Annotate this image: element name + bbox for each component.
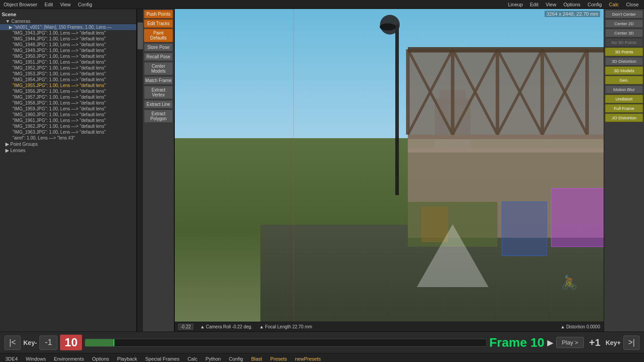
- minus-1-button[interactable]: -1: [39, 336, 57, 350]
- img-1957[interactable]: "IMG_1957.JPG": 1.00, Lens —> "default l…: [0, 94, 136, 100]
- match-frame-button[interactable]: Match Frame: [144, 76, 173, 85]
- menu-playback[interactable]: Playback: [115, 356, 139, 362]
- cameras-section[interactable]: ▼ Cameras: [0, 18, 136, 24]
- img-1952[interactable]: "IMG_1952.JPG": 1.00, Lens —> "default l…: [0, 65, 136, 71]
- menu-newpresets[interactable]: newPresets: [293, 356, 322, 362]
- buttons-panel: Push Points Edit Tracks Paint Defaults S…: [143, 9, 174, 331]
- menu-options[interactable]: Options: [90, 356, 111, 362]
- img-1959[interactable]: "IMG_1959.JPG": 1.00, Lens —> "default l…: [0, 106, 136, 112]
- 3d-distortion-button[interactable]: 3D Distortion: [605, 57, 643, 65]
- dont-center-button[interactable]: Don't Center: [605, 10, 643, 18]
- tree-scrollbar[interactable]: [137, 9, 143, 331]
- img-1951[interactable]: "IMG_1951.JPG": 1.00, Lens —> "default l…: [0, 59, 136, 65]
- img-1954[interactable]: "IMG_1954.JPG": 1.00, Lens —> "default l…: [0, 77, 136, 83]
- img-1948[interactable]: "IMG_1948.JPG": 1.00, Lens —> "default l…: [0, 42, 136, 48]
- status-camera-roll: ▲ Camera Roll -0.22 deg.: [200, 324, 252, 329]
- left-panel: Scene ▼ Cameras ▶ "sh001_v001": [Main], …: [0, 9, 175, 331]
- top-menubar-config[interactable]: Config: [586, 2, 604, 7]
- img-1956[interactable]: "IMG_1956.JPG": 1.00, Lens —> "default l…: [0, 88, 136, 94]
- point-groups-section[interactable]: ▶ Point Groups: [0, 141, 136, 147]
- go-end-button[interactable]: >|: [623, 336, 640, 350]
- menu-objectbrowser[interactable]: Object Browser: [2, 2, 39, 7]
- top-menubar-lineup[interactable]: Lineup: [506, 2, 524, 7]
- img-1962[interactable]: "IMG_1962.JPG": 1.00, Lens —> "default l…: [0, 123, 136, 129]
- timeline-progress: [85, 339, 113, 346]
- menu-3de4[interactable]: 3DE4: [4, 356, 20, 362]
- undistort-button[interactable]: Undistort: [605, 95, 643, 103]
- menu-environments[interactable]: Environments: [52, 356, 86, 362]
- scene-section: Scene: [0, 11, 136, 18]
- sky-background: [175, 9, 604, 138]
- ruler-value: -0.22: [178, 324, 193, 330]
- paint-defaults-button[interactable]: Paint Defaults: [144, 29, 173, 42]
- img-1963[interactable]: "IMG_1963.JPG": 1.00, Lens —> "default l…: [0, 129, 136, 135]
- center-3d-button[interactable]: Center 3D: [605, 29, 643, 37]
- road-area: [260, 225, 604, 322]
- frame-label: Frame 10: [489, 336, 545, 350]
- full-frame-button[interactable]: Full Frame: [605, 104, 643, 113]
- main-layout: Scene ▼ Cameras ▶ "sh001_v001": [Main], …: [0, 9, 644, 331]
- top-menubar-objectbrowser: Object Browser Edit View Config Lineup E…: [0, 0, 644, 9]
- timeline-bar[interactable]: [85, 339, 486, 347]
- menu-blast[interactable]: Blast: [249, 356, 264, 362]
- scrollbar-thumb[interactable]: [138, 22, 143, 49]
- menu-special-frames[interactable]: Special Frames: [143, 356, 181, 362]
- no-3d-points-button[interactable]: No 3D Points: [605, 38, 643, 47]
- 3d-points-button[interactable]: 3D Points: [605, 48, 643, 56]
- frame-number-box: 10: [60, 335, 82, 350]
- img-1960[interactable]: "IMG_1960.JPG": 1.00, Lens —> "default l…: [0, 112, 136, 118]
- top-menubar-options[interactable]: Options: [562, 2, 582, 7]
- 3d-models-button[interactable]: 3D Models: [605, 66, 643, 75]
- img-1943[interactable]: "IMG_1943.JPG": 1.00, Lens —> "default l…: [0, 30, 136, 36]
- key-plus-label: Key+: [605, 339, 621, 346]
- menu-config-bottom[interactable]: Config: [227, 356, 245, 362]
- object-browser[interactable]: Scene ▼ Cameras ▶ "sh001_v001": [Main], …: [0, 9, 137, 331]
- top-menubar-view[interactable]: View: [544, 2, 558, 7]
- menu-calc[interactable]: Calc: [186, 356, 199, 362]
- menu-edit-ob[interactable]: Edit: [43, 2, 55, 7]
- img-1953[interactable]: "IMG_1953.JPG": 1.00, Lens —> "default l…: [0, 71, 136, 77]
- edit-tracks-button[interactable]: Edit Tracks: [144, 19, 173, 28]
- menu-config-ob[interactable]: Config: [76, 2, 94, 7]
- menu-presets[interactable]: Presets: [268, 356, 289, 362]
- viewport-area[interactable]: + + + + + + +: [175, 9, 604, 331]
- top-menubar-edit[interactable]: Edit: [528, 2, 540, 7]
- menu-view-ob[interactable]: View: [58, 2, 73, 7]
- go-start-button[interactable]: |<: [4, 336, 21, 350]
- lenses-section[interactable]: ▶ Lenses: [0, 147, 136, 153]
- bottom-toolbar: |< Key- -1 10 Frame 10 ▶ Play > +1 Key+ …: [0, 331, 644, 353]
- push-points-button[interactable]: Push Points: [144, 10, 173, 18]
- geo-button[interactable]: Geo.: [605, 76, 643, 84]
- img-1955[interactable]: "IMG_1955.JPG": 1.00, Lens —> "default l…: [0, 83, 136, 88]
- extract-vertex-button[interactable]: Extract Vertex: [144, 86, 173, 99]
- plus-1-label: +1: [587, 337, 603, 349]
- close-btn[interactable]: Close: [624, 2, 640, 7]
- airel[interactable]: "airel": 1.00, Lens —> "lens #3": [0, 135, 136, 141]
- center-2d-button[interactable]: Center 2D: [605, 19, 643, 28]
- viewport-info: 3264 x 2448, 22.70 mm: [545, 11, 600, 17]
- img-1949[interactable]: "IMG_1949.JPG": 1.00, Lens —> "default l…: [0, 48, 136, 53]
- img-1944[interactable]: "IMG_1944.JPG": 1.00, Lens —> "default l…: [0, 36, 136, 42]
- img-1958[interactable]: "IMG_1958.JPG": 1.00, Lens —> "default l…: [0, 100, 136, 106]
- menu-windows[interactable]: Windows: [24, 356, 48, 362]
- key-minus-label: Key-: [23, 339, 37, 346]
- status-focal-length: ▲ Focal Length 22.70 mm: [259, 324, 312, 329]
- extract-polygon-button[interactable]: Extract Polygon: [144, 109, 173, 123]
- bottom-menubar: 3DE4 Windows Environments Options Playba…: [0, 353, 644, 362]
- cursor-icon: ▶: [547, 338, 553, 348]
- img-1961[interactable]: "IMG_1961.JPG": 1.00, Lens —> "default l…: [0, 118, 136, 123]
- img-1950[interactable]: "IMG_1950.JPG": 1.00, Lens —> "default l…: [0, 53, 136, 59]
- right-panel: Don't Center Center 2D Center 3D No 3D P…: [604, 9, 644, 331]
- recall-pose-button[interactable]: Recall Pose: [144, 52, 173, 61]
- jo-distortion-button[interactable]: JO Distortion: [605, 113, 643, 122]
- viewport-statusbar: -0.22 ▲ Camera Roll -0.22 deg. ▲ Focal L…: [175, 322, 604, 331]
- play-button[interactable]: Play >: [556, 337, 584, 348]
- top-menubar-calc[interactable]: Calc: [607, 2, 621, 7]
- motion-blur-button[interactable]: Motion Blur: [605, 85, 643, 94]
- status-distortion: ▲ Distortion 0.0000: [561, 324, 600, 329]
- extract-line-button[interactable]: Extract Line: [144, 100, 173, 109]
- center-models-button[interactable]: Center Models: [144, 62, 173, 75]
- menu-python[interactable]: Python: [203, 356, 222, 362]
- store-pose-button[interactable]: Store Pose: [144, 43, 173, 52]
- main-camera-item[interactable]: ▶ "sh001_v001": [Main], 150 Frames, 1.00…: [0, 24, 136, 30]
